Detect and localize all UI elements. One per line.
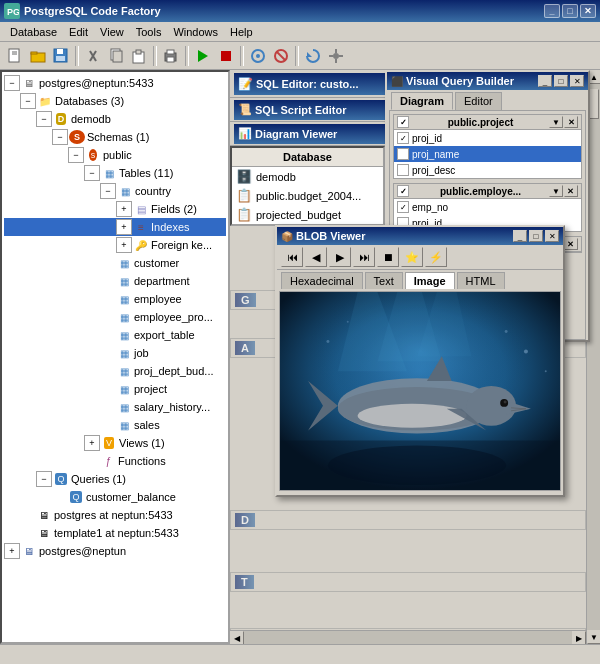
toolbar-print[interactable] xyxy=(160,45,182,67)
toolbar-disconnect[interactable] xyxy=(270,45,292,67)
tree-root-server[interactable]: − 🖥 postgres@neptun:5433 xyxy=(4,74,226,92)
tree-salary-history[interactable]: ▦ salary_history... xyxy=(4,398,226,416)
blob-lightning[interactable]: ⚡ xyxy=(425,247,447,267)
blob-tab-html[interactable]: HTML xyxy=(457,272,505,289)
tree-toggle-public[interactable]: − xyxy=(68,147,84,163)
toolbar-stop[interactable] xyxy=(215,45,237,67)
vqb-tab-editor[interactable]: Editor xyxy=(455,92,502,110)
tree-toggle-views[interactable]: + xyxy=(84,435,100,451)
hscroll-track[interactable] xyxy=(244,631,572,644)
vqb-project-row-3[interactable]: proj_desc xyxy=(394,162,581,178)
tree-employee-pro[interactable]: ▦ employee_pro... xyxy=(4,308,226,326)
tree-toggle-fields[interactable]: + xyxy=(116,201,132,217)
hscroll-left[interactable]: ◀ xyxy=(230,631,244,644)
tree-employee[interactable]: ▦ employee xyxy=(4,290,226,308)
toolbar-save[interactable] xyxy=(50,45,72,67)
tree-toggle-demodb[interactable]: − xyxy=(36,111,52,127)
tree-job[interactable]: ▦ job xyxy=(4,344,226,362)
vqb-project-row-2[interactable]: proj_name xyxy=(394,146,581,162)
menu-view[interactable]: View xyxy=(94,24,130,40)
tree-tables[interactable]: − ▦ Tables (11) xyxy=(4,164,226,182)
tree-toggle-country[interactable]: − xyxy=(100,183,116,199)
blob-close[interactable]: ✕ xyxy=(545,230,559,242)
menu-windows[interactable]: Windows xyxy=(167,24,224,40)
tree-panel[interactable]: − 🖥 postgres@neptun:5433 − 📁 Databases (… xyxy=(0,70,230,644)
toolbar-run[interactable] xyxy=(192,45,214,67)
db-item-demodb[interactable]: 🗄️ demodb xyxy=(232,167,383,186)
tree-schemas[interactable]: − S Schemas (1) xyxy=(4,128,226,146)
vqb-project-close[interactable]: ✕ xyxy=(564,116,578,128)
tree-template-server[interactable]: 🖥 template1 at neptun:5433 xyxy=(4,524,226,542)
blob-maximize[interactable]: □ xyxy=(529,230,543,242)
minimize-button[interactable]: _ xyxy=(544,4,560,18)
tree-toggle-root[interactable]: − xyxy=(4,75,20,91)
tree-functions[interactable]: ƒ Functions xyxy=(4,452,226,470)
blob-titlebar[interactable]: 📦 BLOB Viewer _ □ ✕ xyxy=(277,227,563,245)
tree-department[interactable]: ▦ department xyxy=(4,272,226,290)
blob-stop[interactable]: ⏹ xyxy=(377,247,399,267)
tree-postgres-neptun[interactable]: + 🖥 postgres@neptun xyxy=(4,542,226,560)
vqb-employee3-close[interactable]: ✕ xyxy=(564,238,578,250)
menu-tools[interactable]: Tools xyxy=(130,24,168,40)
tree-toggle-queries[interactable]: − xyxy=(36,471,52,487)
toolbar-refresh[interactable] xyxy=(302,45,324,67)
tree-toggle-tables[interactable]: − xyxy=(84,165,100,181)
tree-databases[interactable]: − 📁 Databases (3) xyxy=(4,92,226,110)
tree-views[interactable]: + V Views (1) xyxy=(4,434,226,452)
menu-database[interactable]: Database xyxy=(4,24,63,40)
toolbar-new[interactable] xyxy=(4,45,26,67)
blob-tab-hex[interactable]: Hexadecimal xyxy=(281,272,363,289)
vqb-close[interactable]: ✕ xyxy=(570,75,584,87)
blob-star[interactable]: ⭐ xyxy=(401,247,423,267)
blob-tab-text[interactable]: Text xyxy=(365,272,403,289)
toolbar-paste[interactable] xyxy=(128,45,150,67)
toolbar-cut[interactable] xyxy=(82,45,104,67)
close-button[interactable]: ✕ xyxy=(580,4,596,18)
blob-play[interactable]: ▶ xyxy=(329,247,351,267)
tree-toggle-indexes[interactable]: + xyxy=(116,219,132,235)
tree-customer-balance[interactable]: Q customer_balance xyxy=(4,488,226,506)
db-item-projected[interactable]: 📋 projected_budget xyxy=(232,205,383,224)
vscroll-down[interactable]: ▼ xyxy=(587,630,600,644)
toolbar-settings[interactable] xyxy=(325,45,347,67)
tree-project[interactable]: ▦ project xyxy=(4,380,226,398)
tree-foreign-keys[interactable]: + 🔑 Foreign ke... xyxy=(4,236,226,254)
tree-indexes[interactable]: + ≡ Indexes xyxy=(4,218,226,236)
tree-customer[interactable]: ▦ customer xyxy=(4,254,226,272)
vqb-employee2-row-1[interactable]: emp_no xyxy=(394,199,581,215)
vqb-project-checkbox[interactable] xyxy=(397,116,409,128)
vqb-titlebar[interactable]: ⬛ Visual Query Builder _ □ ✕ xyxy=(387,72,588,90)
vqb-minimize[interactable]: _ xyxy=(538,75,552,87)
blob-first[interactable]: ⏮ xyxy=(281,247,303,267)
db-item-budget[interactable]: 📋 public.budget_2004... xyxy=(232,186,383,205)
tree-export-table[interactable]: ▦ export_table xyxy=(4,326,226,344)
toolbar-open[interactable] xyxy=(27,45,49,67)
blob-prev[interactable]: ◀ xyxy=(305,247,327,267)
maximize-button[interactable]: □ xyxy=(562,4,578,18)
vqb-employee2-checkbox[interactable] xyxy=(397,185,409,197)
toolbar-connect[interactable] xyxy=(247,45,269,67)
menu-help[interactable]: Help xyxy=(224,24,259,40)
tree-toggle-foreign-keys[interactable]: + xyxy=(116,237,132,253)
vqb-employee2-arrow[interactable]: ▼ xyxy=(549,185,563,197)
tree-country[interactable]: − ▦ country xyxy=(4,182,226,200)
right-hscrollbar[interactable]: ◀ ▶ xyxy=(230,630,586,644)
tree-sales[interactable]: ▦ sales xyxy=(4,416,226,434)
blob-minimize[interactable]: _ xyxy=(513,230,527,242)
menu-edit[interactable]: Edit xyxy=(63,24,94,40)
tree-demodb[interactable]: − D demodb xyxy=(4,110,226,128)
hscroll-right[interactable]: ▶ xyxy=(572,631,586,644)
toolbar-copy[interactable] xyxy=(105,45,127,67)
vqb-field-proj-name-check[interactable] xyxy=(397,148,409,160)
tree-toggle-neptun[interactable]: + xyxy=(4,543,20,559)
vqb-maximize[interactable]: □ xyxy=(554,75,568,87)
tree-queries[interactable]: − Q Queries (1) xyxy=(4,470,226,488)
vqb-field-proj-desc-check[interactable] xyxy=(397,164,409,176)
blob-last[interactable]: ⏭ xyxy=(353,247,375,267)
tree-toggle-schemas[interactable]: − xyxy=(52,129,68,145)
vqb-field-emp-no-check[interactable] xyxy=(397,201,409,213)
vqb-employee2-close[interactable]: ✕ xyxy=(564,185,578,197)
vqb-field-proj-id-check[interactable] xyxy=(397,132,409,144)
tree-public[interactable]: − s public xyxy=(4,146,226,164)
blob-tab-image[interactable]: Image xyxy=(405,272,455,289)
